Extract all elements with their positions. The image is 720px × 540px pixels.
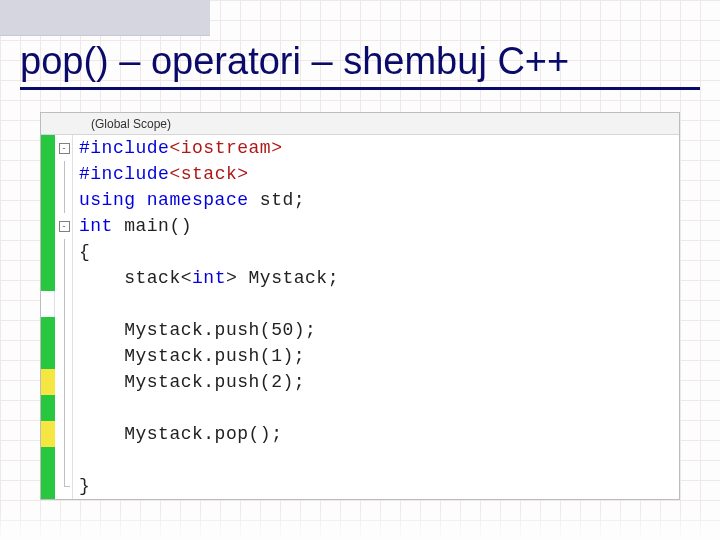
coverage-cell — [41, 369, 55, 395]
fold-guide — [55, 187, 73, 213]
coverage-cell — [41, 447, 55, 473]
code-line[interactable] — [79, 395, 679, 421]
coverage-cell — [41, 213, 55, 239]
code-editor: (Global Scope) -- #include<iostream>#inc… — [40, 112, 680, 500]
fold-guide — [55, 291, 73, 317]
minus-icon: - — [59, 143, 70, 154]
code-line[interactable]: } — [79, 473, 679, 499]
code-line[interactable]: Mystack.push(2); — [79, 369, 679, 395]
fold-toggle[interactable]: - — [55, 213, 73, 239]
code-line[interactable]: #include<stack> — [79, 161, 679, 187]
fold-guide — [55, 343, 73, 369]
code-line[interactable]: stack<int> Mystack; — [79, 265, 679, 291]
coverage-cell — [41, 135, 55, 161]
coverage-gutter — [41, 135, 55, 499]
coverage-cell — [41, 473, 55, 499]
fold-toggle[interactable]: - — [55, 135, 73, 161]
fold-guide — [55, 395, 73, 421]
code-line[interactable] — [79, 447, 679, 473]
code-line[interactable]: Mystack.push(50); — [79, 317, 679, 343]
slide-title: pop() – operatori – shembuj C++ — [20, 40, 700, 90]
code-area[interactable]: #include<iostream>#include<stack>using n… — [73, 135, 679, 499]
scope-label: (Global Scope) — [91, 117, 171, 131]
fold-guide — [55, 447, 73, 473]
coverage-cell — [41, 421, 55, 447]
scope-dropdown[interactable]: (Global Scope) — [41, 113, 679, 135]
code-line[interactable]: Mystack.pop(); — [79, 421, 679, 447]
coverage-cell — [41, 395, 55, 421]
top-placeholder-bar — [0, 0, 210, 36]
fold-guide-end — [55, 473, 73, 499]
fold-guide — [55, 369, 73, 395]
code-line[interactable]: { — [79, 239, 679, 265]
coverage-cell — [41, 317, 55, 343]
code-line[interactable]: using namespace std; — [79, 187, 679, 213]
fold-gutter: -- — [55, 135, 73, 499]
fold-guide — [55, 161, 73, 187]
fold-guide — [55, 421, 73, 447]
coverage-cell — [41, 187, 55, 213]
code-line[interactable] — [79, 291, 679, 317]
minus-icon: - — [59, 221, 70, 232]
coverage-cell — [41, 265, 55, 291]
coverage-cell — [41, 239, 55, 265]
coverage-cell — [41, 291, 55, 317]
code-line[interactable]: Mystack.push(1); — [79, 343, 679, 369]
bottom-fade — [0, 510, 720, 540]
code-line[interactable]: int main() — [79, 213, 679, 239]
coverage-cell — [41, 161, 55, 187]
fold-guide — [55, 239, 73, 265]
fold-guide — [55, 265, 73, 291]
code-line[interactable]: #include<iostream> — [79, 135, 679, 161]
code-body: -- #include<iostream>#include<stack>usin… — [41, 135, 679, 499]
coverage-cell — [41, 343, 55, 369]
fold-guide — [55, 317, 73, 343]
